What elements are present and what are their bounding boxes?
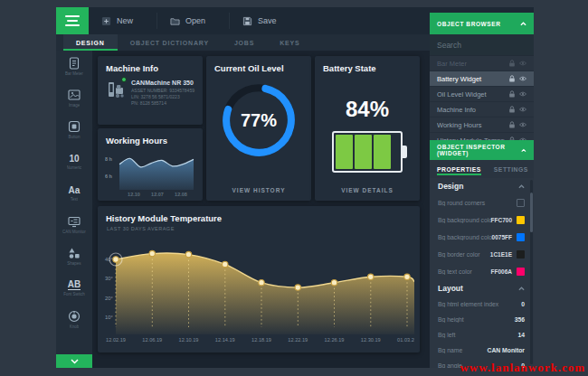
property-row: Bg height356: [430, 312, 534, 327]
color-swatch[interactable]: [517, 268, 525, 276]
toolbar: NewOpenSave: [89, 7, 430, 34]
new-button[interactable]: New: [89, 7, 156, 34]
chevron-up-icon: [518, 183, 525, 190]
battery-state-widget[interactable]: Battery State 84% VIEW DETAILS: [315, 56, 420, 201]
card-title: Working Hours: [98, 128, 203, 146]
sidebar-item-numeric[interactable]: 10Numeric: [56, 146, 92, 177]
color-swatch[interactable]: [517, 250, 525, 258]
svg-text:12.08: 12.08: [175, 192, 187, 197]
view-details-link[interactable]: VIEW DETAILS: [315, 187, 420, 193]
inspector-tab-settings[interactable]: SETTINGS: [494, 160, 528, 178]
tab-design[interactable]: DESIGN: [63, 34, 118, 51]
browser-item[interactable]: Battery Widget: [430, 71, 534, 87]
object-inspector-header[interactable]: OBJECT INSPECTOR (WIDGET): [430, 140, 534, 160]
color-swatch[interactable]: [517, 216, 525, 224]
save-button[interactable]: Save: [230, 7, 300, 34]
app-logo-menu-button[interactable]: [56, 7, 89, 34]
sidebar-item-knob[interactable]: Knob: [56, 304, 92, 335]
svg-text:12.07: 12.07: [151, 192, 164, 197]
svg-text:12.06.19: 12.06.19: [142, 337, 162, 343]
property-value[interactable]: 14: [517, 332, 525, 338]
eye-icon[interactable]: [519, 75, 526, 82]
temperature-history-widget[interactable]: History Module Temperature LAST 30 DAYS …: [98, 206, 420, 352]
eye-icon[interactable]: [519, 90, 526, 98]
property-row: Bg html element index0: [430, 296, 534, 312]
machine-info-widget[interactable]: Machine Info CANMachine NR 350 ASSET NUM…: [98, 56, 203, 125]
color-swatch[interactable]: [517, 233, 525, 241]
eye-icon[interactable]: [519, 60, 526, 67]
browser-item[interactable]: Working Hours: [430, 118, 534, 133]
browser-item[interactable]: Oil Level Widget: [430, 87, 534, 102]
card-title: History Module Temperature: [98, 206, 420, 223]
working-hours-widget[interactable]: Working Hours 8 h6 h12.1012.0712.08: [98, 128, 203, 201]
lock-icon[interactable]: [508, 121, 516, 128]
battery-bar: [336, 135, 353, 169]
svg-text:6 h: 6 h: [105, 174, 113, 179]
oil-level-widget[interactable]: Current Oil Level 77% VIEW HISTORY: [206, 56, 311, 201]
property-row: Bg left14: [430, 327, 534, 343]
card-title: Machine Info: [98, 56, 203, 73]
eye-icon[interactable]: [519, 136, 526, 140]
checkbox[interactable]: [517, 199, 525, 207]
lock-icon[interactable]: [508, 136, 516, 140]
oil-percent-value: 77%: [220, 81, 298, 159]
section-header-design[interactable]: Design: [430, 178, 534, 194]
svg-text:12.18.19: 12.18.19: [251, 337, 271, 343]
svg-text:8 h: 8 h: [105, 156, 113, 162]
sidebar-item-bar-meter[interactable]: Bar Meter: [56, 51, 92, 82]
lock-icon[interactable]: [508, 75, 516, 82]
inspector-tab-properties[interactable]: PROPERTIES: [437, 160, 481, 178]
svg-text:12.14.19: 12.14.19: [215, 337, 235, 343]
browser-item[interactable]: History Module Temperature: [430, 133, 534, 140]
property-row: Bg background color 20075FF: [430, 229, 534, 246]
lock-icon[interactable]: [508, 60, 516, 67]
chevron-down-icon: [71, 359, 79, 364]
sidebar-item-can-monitor[interactable]: CAN Monitor: [56, 209, 92, 240]
object-browser-list: Bar MeterBattery WidgetOil Level WidgetM…: [430, 56, 534, 140]
object-browser-header[interactable]: OBJECT BROWSER: [430, 13, 534, 34]
color-value[interactable]: FFC700: [491, 217, 512, 223]
button-icon: [68, 120, 81, 133]
machine-icon: [107, 80, 125, 101]
svg-text:01.03.20: 01.03.20: [397, 337, 414, 343]
browser-item[interactable]: Bar Meter: [430, 56, 534, 71]
search-input[interactable]: [437, 41, 534, 50]
object-browser-title: OBJECT BROWSER: [437, 21, 501, 27]
card-title: Current Oil Level: [206, 56, 311, 73]
scrollbar[interactable]: [530, 180, 533, 364]
browser-item[interactable]: Machine Info: [430, 102, 534, 118]
machine-pn: PN: 8128 585714: [131, 100, 194, 107]
widget-sidebar: Bar MeterImageButton10NumericAaTextCAN M…: [56, 51, 92, 368]
svg-text:12.30.19: 12.30.19: [361, 337, 381, 343]
eye-icon[interactable]: [519, 106, 526, 113]
image-icon: [68, 89, 81, 101]
sidebar-item-button[interactable]: Button: [56, 114, 92, 146]
tab-jobs[interactable]: JOBS: [222, 34, 267, 51]
lock-icon[interactable]: [508, 106, 516, 113]
eye-icon[interactable]: [519, 121, 526, 128]
property-value[interactable]: 0: [521, 301, 525, 307]
sidebar-item-text[interactable]: AaText: [56, 177, 92, 209]
shapes-icon: [68, 247, 81, 259]
color-value[interactable]: FF006A: [491, 268, 512, 275]
open-button[interactable]: Open: [157, 7, 229, 34]
object-browser-search: [430, 34, 534, 56]
sidebar-item-image[interactable]: Image: [56, 82, 92, 114]
color-value[interactable]: 0075FF: [492, 234, 512, 240]
tab-keys[interactable]: KEYS: [267, 34, 312, 51]
bar-meter-icon: [68, 57, 81, 70]
property-value[interactable]: CAN Monitor: [487, 347, 525, 353]
sidebar-item-font-switch[interactable]: ABFont Switch: [56, 272, 92, 304]
can-monitor-icon: [68, 215, 81, 228]
lock-icon[interactable]: [508, 90, 516, 98]
section-header-layout[interactable]: Layout: [430, 280, 534, 296]
svg-text:20°: 20°: [105, 296, 113, 301]
tab-object-dictionary[interactable]: OBJECT DICTIONARY: [118, 34, 222, 51]
view-history-link[interactable]: VIEW HISTORY: [206, 187, 311, 193]
font-switch-icon: AB: [68, 279, 81, 290]
battery-icon: [332, 131, 403, 173]
color-value[interactable]: 1C1E1E: [490, 251, 512, 258]
property-value[interactable]: 356: [515, 316, 525, 323]
sidebar-expand-button[interactable]: [56, 354, 92, 368]
sidebar-item-shapes[interactable]: Shapes: [56, 240, 92, 272]
